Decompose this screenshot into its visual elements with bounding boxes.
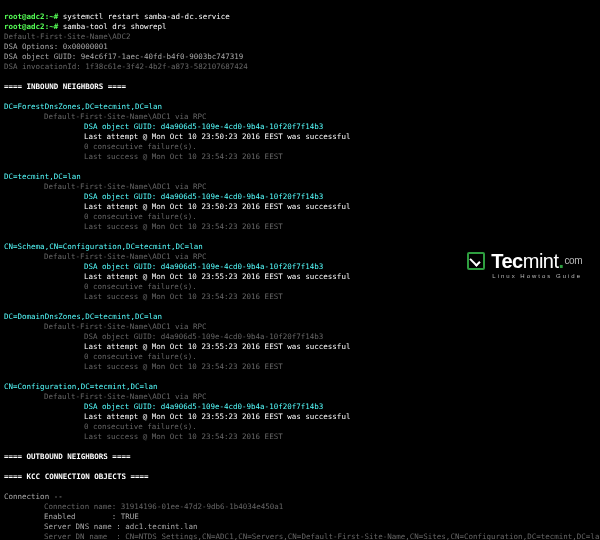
guid-line: DSA object GUID: d4a906d5-109e-4cd0-9b4a… [4, 262, 323, 272]
success-line: Last success @ Mon Oct 10 23:54:23 2016 … [4, 362, 283, 372]
consec-line: 0 consecutive failure(s). [4, 352, 197, 362]
guid-line: DSA object GUID: d4a906d5-109e-4cd0-9b4a… [4, 122, 323, 132]
dsa-guid: DSA object GUID: 9e4c6f17-1aec-40fd-b4f0… [4, 52, 243, 61]
attempt-line: Last attempt @ Mon Oct 10 23:55:23 2016 … [4, 412, 350, 422]
logo-tagline: Linux Howtos Guide [467, 271, 582, 281]
via-line: Default-First-Site-Name\ADC1 via RPC [4, 322, 207, 332]
attempt-line: Last attempt @ Mon Oct 10 23:55:23 2016 … [4, 272, 350, 282]
guid-line: DSA object GUID: d4a906d5-109e-4cd0-9b4a… [4, 192, 323, 202]
attempt-line: Last attempt @ Mon Oct 10 23:50:23 2016 … [4, 132, 350, 142]
consec-line: 0 consecutive failure(s). [4, 212, 197, 222]
conn-enabled: Enabled : TRUE [4, 512, 139, 522]
check-icon [467, 252, 485, 270]
via-line: Default-First-Site-Name\ADC1 via RPC [4, 392, 207, 402]
inbound-header: ==== INBOUND NEIGHBORS ==== [4, 82, 126, 91]
dsa-invocation: DSA invocationId: 1f38c61e-3f42-4b2f-a87… [4, 62, 248, 71]
consec-line: 0 consecutive failure(s). [4, 282, 197, 292]
via-line: Default-First-Site-Name\ADC1 via RPC [4, 252, 207, 262]
nc-root: DC=tecmint,DC=lan [4, 172, 81, 181]
nc-forest: DC=ForestDnsZones,DC=tecmint,DC=lan [4, 102, 162, 111]
outbound-header: ==== OUTBOUND NEIGHBORS ==== [4, 452, 130, 461]
nc-schema: CN=Schema,CN=Configuration,DC=tecmint,DC… [4, 242, 203, 251]
nc-config: CN=Configuration,DC=tecmint,DC=lan [4, 382, 158, 391]
kcc-header: ==== KCC CONNECTION OBJECTS ==== [4, 472, 149, 481]
dsa-options: DSA Options: 0x00000001 [4, 42, 108, 51]
attempt-line: Last attempt @ Mon Oct 10 23:55:23 2016 … [4, 342, 350, 352]
consec-line: 0 consecutive failure(s). [4, 422, 197, 432]
guid-line: DSA object GUID: d4a906d5-109e-4cd0-9b4a… [4, 402, 323, 412]
logo-tec: Tec [491, 256, 522, 266]
success-line: Last success @ Mon Oct 10 23:54:23 2016 … [4, 152, 283, 162]
tecmint-logo: Tecmint.com Linux Howtos Guide [467, 252, 582, 281]
logo-mint: mint [523, 256, 559, 266]
cmd-showrepl: samba-tool drs showrepl [63, 22, 167, 31]
prompt: root@adc2:~# [4, 22, 58, 31]
attempt-line: Last attempt @ Mon Oct 10 23:50:23 2016 … [4, 202, 350, 212]
conn-dn: Server DN name : CN=NTDS Settings,CN=ADC… [4, 532, 600, 540]
prompt: root@adc2:~# [4, 12, 58, 21]
cmd-restart: systemctl restart samba-ad-dc.service [63, 12, 230, 21]
conn-name: Connection name: 31914196-01ee-47d2-9db6… [4, 502, 283, 512]
logo-com: com [565, 256, 582, 266]
success-line: Last success @ Mon Oct 10 23:54:23 2016 … [4, 432, 283, 442]
connection-title: Connection -- [4, 492, 63, 501]
via-line: Default-First-Site-Name\ADC1 via RPC [4, 182, 207, 192]
site-line: Default-First-Site-Name\ADC2 [4, 32, 130, 41]
success-line: Last success @ Mon Oct 10 23:54:23 2016 … [4, 222, 283, 232]
nc-domain: DC=DomainDnsZones,DC=tecmint,DC=lan [4, 312, 162, 321]
consec-line: 0 consecutive failure(s). [4, 142, 197, 152]
guid-line: DSA object GUID: d4a906d5-109e-4cd0-9b4a… [4, 332, 323, 342]
success-line: Last success @ Mon Oct 10 23:54:23 2016 … [4, 292, 283, 302]
conn-dns: Server DNS name : adc1.tecmint.lan [4, 522, 198, 532]
via-line: Default-First-Site-Name\ADC1 via RPC [4, 112, 207, 122]
